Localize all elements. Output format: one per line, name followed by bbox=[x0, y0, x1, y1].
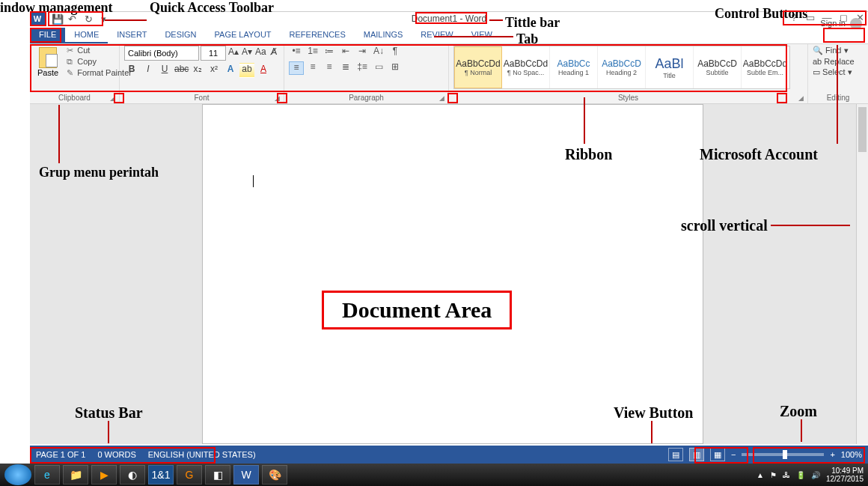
annotation-window-management: indow management bbox=[0, 0, 113, 16]
media-player-icon[interactable]: ▶ bbox=[91, 465, 117, 485]
print-layout-button[interactable]: ▥ bbox=[689, 448, 704, 461]
subscript-button[interactable]: x₂ bbox=[190, 63, 205, 78]
paint-taskbar-icon[interactable]: 🎨 bbox=[262, 465, 287, 485]
volume-icon[interactable]: 🔊 bbox=[811, 471, 820, 479]
style-subtle-em[interactable]: AaBbCcDdSubtle Em... bbox=[742, 46, 789, 88]
style-heading1[interactable]: AaBbCcHeading 1 bbox=[550, 46, 598, 88]
annotation-tab: Tab bbox=[516, 31, 538, 47]
align-right-button[interactable]: ≡ bbox=[322, 61, 337, 75]
find-button[interactable]: 🔍 Find ▾ bbox=[813, 46, 855, 55]
line-spacing-button[interactable]: ‡≡ bbox=[355, 61, 370, 75]
line-view bbox=[651, 421, 652, 443]
style-title[interactable]: AaBlTitle bbox=[646, 46, 694, 88]
read-mode-button[interactable]: ▤ bbox=[668, 448, 683, 461]
increase-indent-button[interactable]: ⇥ bbox=[355, 46, 370, 59]
zoom-in-button[interactable]: + bbox=[830, 450, 834, 459]
italic-button[interactable]: I bbox=[141, 63, 156, 78]
network-icon[interactable]: 🖧 bbox=[783, 471, 790, 479]
bullets-button[interactable]: •≡ bbox=[289, 46, 304, 59]
zoom-out-button[interactable]: − bbox=[731, 450, 736, 459]
document-page[interactable] bbox=[202, 104, 703, 444]
web-layout-button[interactable]: ▦ bbox=[710, 448, 725, 461]
underline-button[interactable]: U bbox=[157, 63, 172, 78]
strikethrough-button[interactable]: abc bbox=[174, 63, 189, 78]
font-size-input[interactable] bbox=[201, 46, 226, 61]
replace-button[interactable]: ab Replace bbox=[813, 57, 855, 66]
group-paragraph: •≡ 1≡ ≔ ⇤ ⇥ A↓ ¶ ≡ ≡ ≡ ≣ ‡≡ ▭ ⊞ Paragrap… bbox=[284, 44, 449, 103]
multilevel-list-button[interactable]: ≔ bbox=[322, 46, 337, 59]
scroll-thumb[interactable] bbox=[858, 107, 867, 152]
line-ribbon bbox=[584, 97, 585, 144]
grow-font-button[interactable]: A▴ bbox=[227, 46, 239, 61]
chrome-taskbar-icon[interactable]: ◐ bbox=[120, 465, 145, 485]
zoom-slider[interactable] bbox=[742, 453, 824, 456]
word-count[interactable]: 0 WORDS bbox=[97, 450, 135, 459]
font-color-button[interactable]: A bbox=[256, 63, 271, 78]
annotation-titlebar: Tittle bar bbox=[505, 15, 560, 31]
select-button[interactable]: ▭ Select ▾ bbox=[813, 67, 855, 77]
justify-button[interactable]: ≣ bbox=[338, 61, 353, 75]
battery-icon[interactable]: 🔋 bbox=[796, 471, 805, 479]
line-zoom bbox=[801, 419, 802, 442]
clipboard-launcher-icon[interactable]: ◢ bbox=[110, 94, 117, 102]
language-status[interactable]: ENGLISH (UNITED STATES) bbox=[148, 450, 256, 459]
tab-page-layout[interactable]: PAGE LAYOUT bbox=[206, 28, 281, 43]
ribbon: Paste ✂ Cut ⧉ Copy ✎ Format Painter Clip… bbox=[30, 44, 868, 104]
font-launcher-icon[interactable]: ◢ bbox=[275, 94, 282, 102]
paste-button[interactable]: Paste bbox=[34, 46, 61, 92]
styles-gallery[interactable]: AaBbCcDd¶ Normal AaBbCcDd¶ No Spac... Aa… bbox=[453, 46, 790, 89]
align-left-button[interactable]: ≡ bbox=[289, 61, 304, 75]
zoom-level[interactable]: 100% bbox=[841, 450, 862, 459]
styles-launcher-icon[interactable]: ◢ bbox=[798, 94, 806, 102]
group-label-editing: Editing bbox=[813, 92, 864, 103]
paragraph-launcher-icon[interactable]: ◢ bbox=[439, 94, 447, 102]
style-heading2[interactable]: AaBbCcDHeading 2 bbox=[598, 46, 646, 88]
annotation-grup-menu: Grup menu perintah bbox=[39, 165, 159, 180]
tray-clock[interactable]: 10:49 PM 12/27/2015 bbox=[826, 467, 864, 483]
annotation-ms-account: Microsoft Account bbox=[700, 146, 818, 163]
sort-button[interactable]: A↓ bbox=[371, 46, 386, 59]
tab-mailings[interactable]: MAILINGS bbox=[355, 28, 412, 43]
style-normal[interactable]: AaBbCcDd¶ Normal bbox=[454, 46, 502, 88]
superscript-button[interactable]: x² bbox=[207, 63, 221, 78]
annotation-ribbon: Ribbon bbox=[565, 146, 612, 163]
highlight-button[interactable]: ab bbox=[239, 63, 254, 78]
app-taskbar-icon-2[interactable]: G bbox=[177, 465, 202, 485]
borders-button[interactable]: ⊞ bbox=[388, 61, 403, 75]
shrink-font-button[interactable]: A▾ bbox=[241, 46, 253, 61]
style-no-spacing[interactable]: AaBbCcDd¶ No Spac... bbox=[502, 46, 550, 88]
app-taskbar-icon-3[interactable]: ◧ bbox=[205, 465, 230, 485]
action-center-icon[interactable]: ⚑ bbox=[770, 471, 777, 479]
ie-taskbar-icon[interactable]: e bbox=[34, 465, 60, 485]
show-marks-button[interactable]: ¶ bbox=[388, 46, 403, 59]
decrease-indent-button[interactable]: ⇤ bbox=[338, 46, 353, 59]
tab-insert[interactable]: INSERT bbox=[108, 28, 156, 43]
line-account bbox=[837, 45, 838, 144]
text-cursor bbox=[253, 175, 254, 187]
shading-button[interactable]: ▭ bbox=[371, 61, 386, 75]
style-subtitle[interactable]: AaBbCcDSubtitle bbox=[694, 46, 742, 88]
clear-formatting-button[interactable]: A̸ bbox=[269, 46, 279, 61]
page-status[interactable]: PAGE 1 OF 1 bbox=[36, 450, 85, 459]
tab-home[interactable]: HOME bbox=[65, 28, 108, 43]
vertical-scrollbar[interactable] bbox=[856, 104, 868, 444]
line-grup bbox=[58, 105, 60, 163]
copy-icon: ⧉ bbox=[64, 57, 75, 67]
change-case-button[interactable]: Aa bbox=[254, 46, 267, 61]
explorer-taskbar-icon[interactable]: 📁 bbox=[63, 465, 88, 485]
start-button[interactable] bbox=[4, 464, 31, 485]
annotation-zoom: Zoom bbox=[780, 403, 817, 420]
text-effects-button[interactable]: A bbox=[223, 63, 238, 78]
align-center-button[interactable]: ≡ bbox=[305, 61, 320, 75]
word-taskbar-icon[interactable]: W bbox=[233, 465, 259, 485]
tab-references[interactable]: REFERENCES bbox=[281, 28, 355, 43]
bold-button[interactable]: B bbox=[124, 63, 139, 78]
status-bar: PAGE 1 OF 1 0 WORDS ENGLISH (UNITED STAT… bbox=[30, 446, 868, 464]
app-taskbar-icon-1[interactable]: 1&1 bbox=[148, 465, 174, 485]
numbering-button[interactable]: 1≡ bbox=[305, 46, 320, 59]
tab-file[interactable]: FILE bbox=[30, 28, 65, 43]
tray-icon[interactable]: ▲ bbox=[757, 471, 764, 479]
tab-design[interactable]: DESIGN bbox=[156, 28, 205, 43]
cut-icon: ✂ bbox=[64, 46, 75, 55]
font-name-input[interactable] bbox=[124, 46, 199, 61]
